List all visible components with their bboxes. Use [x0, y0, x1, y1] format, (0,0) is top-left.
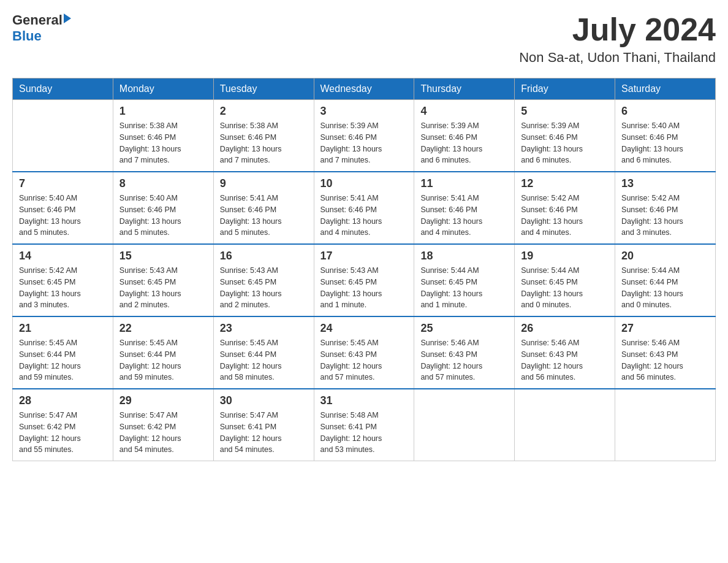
- day-number: 26: [521, 322, 609, 335]
- day-number: 27: [621, 322, 709, 335]
- week-row-2: 7Sunrise: 5:40 AM Sunset: 6:46 PM Daylig…: [13, 172, 716, 244]
- day-number: 24: [320, 322, 408, 335]
- weekday-header-saturday: Saturday: [615, 79, 716, 100]
- day-number: 30: [220, 394, 308, 407]
- weekday-header-row: SundayMondayTuesdayWednesdayThursdayFrid…: [13, 79, 716, 100]
- day-number: 18: [420, 250, 508, 262]
- calendar-cell: 19Sunrise: 5:44 AM Sunset: 6:45 PM Dayli…: [515, 244, 615, 316]
- day-info: Sunrise: 5:41 AM Sunset: 6:46 PM Dayligh…: [220, 193, 308, 239]
- weekday-header-thursday: Thursday: [414, 79, 515, 100]
- day-info: Sunrise: 5:43 AM Sunset: 6:45 PM Dayligh…: [320, 265, 408, 311]
- day-number: 14: [19, 250, 107, 262]
- calendar-cell: 16Sunrise: 5:43 AM Sunset: 6:45 PM Dayli…: [213, 244, 314, 316]
- calendar-cell: 30Sunrise: 5:47 AM Sunset: 6:41 PM Dayli…: [213, 389, 314, 461]
- calendar-cell: 21Sunrise: 5:45 AM Sunset: 6:44 PM Dayli…: [13, 316, 113, 389]
- day-info: Sunrise: 5:40 AM Sunset: 6:46 PM Dayligh…: [621, 120, 709, 166]
- weekday-header-wednesday: Wednesday: [314, 79, 414, 100]
- day-info: Sunrise: 5:45 AM Sunset: 6:44 PM Dayligh…: [19, 337, 107, 383]
- weekday-header-sunday: Sunday: [13, 79, 113, 100]
- calendar-cell: 26Sunrise: 5:46 AM Sunset: 6:43 PM Dayli…: [515, 316, 615, 389]
- day-info: Sunrise: 5:42 AM Sunset: 6:46 PM Dayligh…: [621, 193, 709, 239]
- calendar-cell: 12Sunrise: 5:42 AM Sunset: 6:46 PM Dayli…: [515, 172, 615, 244]
- day-number: 7: [19, 177, 107, 190]
- calendar-cell: 23Sunrise: 5:45 AM Sunset: 6:44 PM Dayli…: [213, 316, 314, 389]
- calendar-cell: 29Sunrise: 5:47 AM Sunset: 6:42 PM Dayli…: [113, 389, 213, 461]
- calendar-cell: 27Sunrise: 5:46 AM Sunset: 6:43 PM Dayli…: [615, 316, 716, 389]
- calendar-cell: 5Sunrise: 5:39 AM Sunset: 6:46 PM Daylig…: [515, 100, 615, 172]
- day-info: Sunrise: 5:39 AM Sunset: 6:46 PM Dayligh…: [320, 120, 408, 166]
- day-number: 2: [220, 105, 308, 118]
- day-number: 15: [119, 250, 207, 262]
- calendar-cell: 22Sunrise: 5:45 AM Sunset: 6:44 PM Dayli…: [113, 316, 213, 389]
- calendar-cell: 14Sunrise: 5:42 AM Sunset: 6:45 PM Dayli…: [13, 244, 113, 316]
- calendar-cell: 17Sunrise: 5:43 AM Sunset: 6:45 PM Dayli…: [314, 244, 414, 316]
- calendar-cell: 2Sunrise: 5:38 AM Sunset: 6:46 PM Daylig…: [213, 100, 314, 172]
- day-number: 11: [420, 177, 508, 190]
- calendar-cell: [414, 389, 515, 461]
- calendar-cell: 4Sunrise: 5:39 AM Sunset: 6:46 PM Daylig…: [414, 100, 515, 172]
- day-info: Sunrise: 5:42 AM Sunset: 6:45 PM Dayligh…: [19, 265, 107, 311]
- logo-general-text: General: [12, 12, 63, 28]
- day-number: 12: [521, 177, 609, 190]
- day-info: Sunrise: 5:44 AM Sunset: 6:45 PM Dayligh…: [420, 265, 508, 311]
- calendar-cell: 28Sunrise: 5:47 AM Sunset: 6:42 PM Dayli…: [13, 389, 113, 461]
- calendar-cell: [13, 100, 113, 172]
- location-title: Non Sa-at, Udon Thani, Thailand: [519, 50, 716, 66]
- title-section: July 2024 Non Sa-at, Udon Thani, Thailan…: [519, 12, 716, 66]
- day-info: Sunrise: 5:46 AM Sunset: 6:43 PM Dayligh…: [621, 337, 709, 383]
- calendar-table: SundayMondayTuesdayWednesdayThursdayFrid…: [12, 78, 716, 461]
- weekday-header-tuesday: Tuesday: [213, 79, 314, 100]
- calendar-cell: 25Sunrise: 5:46 AM Sunset: 6:43 PM Dayli…: [414, 316, 515, 389]
- day-info: Sunrise: 5:45 AM Sunset: 6:43 PM Dayligh…: [320, 337, 408, 383]
- day-info: Sunrise: 5:44 AM Sunset: 6:45 PM Dayligh…: [521, 265, 609, 311]
- day-info: Sunrise: 5:40 AM Sunset: 6:46 PM Dayligh…: [19, 193, 107, 239]
- day-number: 31: [320, 394, 408, 407]
- calendar-cell: 6Sunrise: 5:40 AM Sunset: 6:46 PM Daylig…: [615, 100, 716, 172]
- month-title: July 2024: [519, 12, 716, 47]
- calendar-cell: 9Sunrise: 5:41 AM Sunset: 6:46 PM Daylig…: [213, 172, 314, 244]
- day-number: 4: [420, 105, 508, 118]
- calendar-cell: 1Sunrise: 5:38 AM Sunset: 6:46 PM Daylig…: [113, 100, 213, 172]
- day-number: 28: [19, 394, 107, 407]
- day-info: Sunrise: 5:46 AM Sunset: 6:43 PM Dayligh…: [420, 337, 508, 383]
- day-number: 21: [19, 322, 107, 335]
- day-number: 19: [521, 250, 609, 262]
- day-info: Sunrise: 5:48 AM Sunset: 6:41 PM Dayligh…: [320, 410, 408, 456]
- day-number: 1: [119, 105, 207, 118]
- day-number: 16: [220, 250, 308, 262]
- day-info: Sunrise: 5:43 AM Sunset: 6:45 PM Dayligh…: [119, 265, 207, 311]
- calendar-cell: 24Sunrise: 5:45 AM Sunset: 6:43 PM Dayli…: [314, 316, 414, 389]
- logo-arrow-icon: [64, 13, 71, 23]
- day-info: Sunrise: 5:38 AM Sunset: 6:46 PM Dayligh…: [119, 120, 207, 166]
- day-number: 10: [320, 177, 408, 190]
- day-number: 29: [119, 394, 207, 407]
- day-info: Sunrise: 5:45 AM Sunset: 6:44 PM Dayligh…: [119, 337, 207, 383]
- day-number: 22: [119, 322, 207, 335]
- day-info: Sunrise: 5:45 AM Sunset: 6:44 PM Dayligh…: [220, 337, 308, 383]
- weekday-header-friday: Friday: [515, 79, 615, 100]
- day-info: Sunrise: 5:42 AM Sunset: 6:46 PM Dayligh…: [521, 193, 609, 239]
- day-number: 13: [621, 177, 709, 190]
- week-row-1: 1Sunrise: 5:38 AM Sunset: 6:46 PM Daylig…: [13, 100, 716, 172]
- calendar-cell: 3Sunrise: 5:39 AM Sunset: 6:46 PM Daylig…: [314, 100, 414, 172]
- calendar-cell: 20Sunrise: 5:44 AM Sunset: 6:44 PM Dayli…: [615, 244, 716, 316]
- day-number: 5: [521, 105, 609, 118]
- day-number: 6: [621, 105, 709, 118]
- week-row-4: 21Sunrise: 5:45 AM Sunset: 6:44 PM Dayli…: [13, 316, 716, 389]
- day-number: 20: [621, 250, 709, 262]
- calendar-cell: [615, 389, 716, 461]
- calendar-cell: [515, 389, 615, 461]
- week-row-3: 14Sunrise: 5:42 AM Sunset: 6:45 PM Dayli…: [13, 244, 716, 316]
- day-info: Sunrise: 5:47 AM Sunset: 6:41 PM Dayligh…: [220, 410, 308, 456]
- day-number: 9: [220, 177, 308, 190]
- calendar-cell: 11Sunrise: 5:41 AM Sunset: 6:46 PM Dayli…: [414, 172, 515, 244]
- day-info: Sunrise: 5:47 AM Sunset: 6:42 PM Dayligh…: [19, 410, 107, 456]
- day-info: Sunrise: 5:38 AM Sunset: 6:46 PM Dayligh…: [220, 120, 308, 166]
- day-number: 3: [320, 105, 408, 118]
- calendar-cell: 18Sunrise: 5:44 AM Sunset: 6:45 PM Dayli…: [414, 244, 515, 316]
- day-info: Sunrise: 5:41 AM Sunset: 6:46 PM Dayligh…: [320, 193, 408, 239]
- day-info: Sunrise: 5:44 AM Sunset: 6:44 PM Dayligh…: [621, 265, 709, 311]
- day-number: 8: [119, 177, 207, 190]
- day-info: Sunrise: 5:39 AM Sunset: 6:46 PM Dayligh…: [521, 120, 609, 166]
- calendar-cell: 31Sunrise: 5:48 AM Sunset: 6:41 PM Dayli…: [314, 389, 414, 461]
